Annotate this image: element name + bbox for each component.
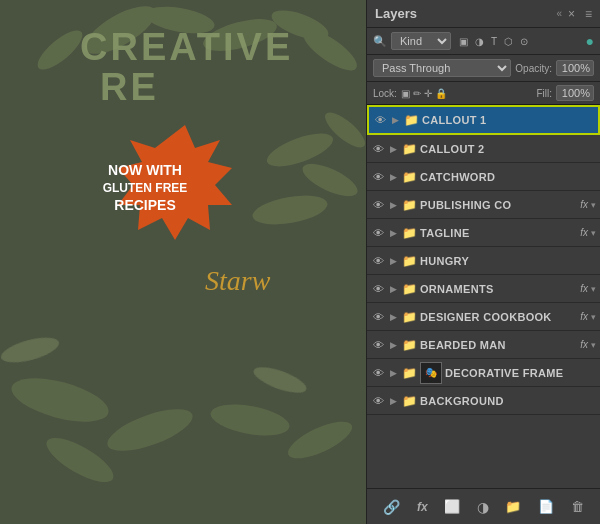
layer-item[interactable]: 👁▶📁ORNAMENTSfx▾ xyxy=(367,275,600,303)
fx-icon: fx xyxy=(580,199,588,210)
new-adjustment-button[interactable]: ◑ xyxy=(473,497,493,517)
panel-expand-icon[interactable]: « xyxy=(556,8,562,19)
fx-expand-arrow-icon[interactable]: ▾ xyxy=(591,228,596,238)
visibility-icon[interactable]: 👁 xyxy=(371,283,385,295)
folder-icon: 📁 xyxy=(401,282,417,296)
fx-expand-arrow-icon[interactable]: ▾ xyxy=(591,340,596,350)
layer-item[interactable]: 👁▶📁TAGLINEfx▾ xyxy=(367,219,600,247)
visibility-icon[interactable]: 👁 xyxy=(371,227,385,239)
filter-active-dot: ● xyxy=(586,33,594,49)
layer-name-label: ORNAMENTS xyxy=(420,283,575,295)
kind-select[interactable]: Kind xyxy=(391,32,451,50)
lock-image-pixels[interactable]: ✏ xyxy=(413,88,421,99)
svg-text:NOW WITH: NOW WITH xyxy=(108,162,182,178)
expand-arrow-icon[interactable]: ▶ xyxy=(388,340,398,350)
expand-arrow-icon[interactable]: ▶ xyxy=(390,115,400,125)
blend-opacity-row: Pass Through Opacity: xyxy=(367,55,600,82)
smart-object-filter[interactable]: ⊙ xyxy=(518,35,530,48)
folder-icon: 📁 xyxy=(401,394,417,408)
add-mask-button[interactable]: ⬜ xyxy=(440,497,464,516)
layers-panel: Layers « × ≡ 🔍 Kind ▣ ◑ T ⬡ ⊙ ● Pass Thr… xyxy=(366,0,600,524)
folder-icon: 📁 xyxy=(401,170,417,184)
opacity-label: Opacity: xyxy=(515,63,552,74)
fx-expand-arrow-icon[interactable]: ▾ xyxy=(591,284,596,294)
panel-close-button[interactable]: × xyxy=(568,7,575,21)
expand-arrow-icon[interactable]: ▶ xyxy=(388,144,398,154)
panel-menu-button[interactable]: ≡ xyxy=(585,7,592,21)
link-layers-button[interactable]: 🔗 xyxy=(379,497,404,517)
lock-transparent-pixels[interactable]: ▣ xyxy=(401,88,410,99)
visibility-icon[interactable]: 👁 xyxy=(371,143,385,155)
expand-arrow-icon[interactable]: ▶ xyxy=(388,368,398,378)
layer-item[interactable]: 👁▶📁CATCHWORD xyxy=(367,163,600,191)
pixel-layer-filter[interactable]: ▣ xyxy=(457,35,470,48)
visibility-icon[interactable]: 👁 xyxy=(371,367,385,379)
svg-text:CREATIVE: CREATIVE xyxy=(80,26,293,68)
layer-item[interactable]: 👁▶📁PUBLISHING COfx▾ xyxy=(367,191,600,219)
folder-icon: 📁 xyxy=(401,254,417,268)
fx-expand-arrow-icon[interactable]: ▾ xyxy=(591,200,596,210)
expand-arrow-icon[interactable]: ▶ xyxy=(388,312,398,322)
layer-item[interactable]: 👁▶📁🎭DECORATIVE FRAME xyxy=(367,359,600,387)
kind-filter-row: 🔍 Kind ▣ ◑ T ⬡ ⊙ ● xyxy=(367,28,600,55)
layer-name-label: BEARDED MAN xyxy=(420,339,575,351)
layer-name-label: TAGLINE xyxy=(420,227,575,239)
layer-name-label: CALLOUT 1 xyxy=(422,114,594,126)
fx-expand-arrow-icon[interactable]: ▾ xyxy=(591,312,596,322)
fill-input[interactable] xyxy=(556,85,594,101)
svg-text:GLUTEN FREE: GLUTEN FREE xyxy=(103,181,188,195)
svg-text:RECIPES: RECIPES xyxy=(114,197,175,213)
visibility-icon[interactable]: 👁 xyxy=(371,395,385,407)
lock-label: Lock: xyxy=(373,88,397,99)
layers-list[interactable]: 👁▶📁CALLOUT 1👁▶📁CALLOUT 2👁▶📁CATCHWORD👁▶📁P… xyxy=(367,105,600,488)
lock-position[interactable]: ✛ xyxy=(424,88,432,99)
adjustment-layer-filter[interactable]: ◑ xyxy=(473,35,486,48)
shape-layer-filter[interactable]: ⬡ xyxy=(502,35,515,48)
fx-button[interactable]: fx xyxy=(413,498,432,516)
visibility-icon[interactable]: 👁 xyxy=(371,199,385,211)
folder-icon: 📁 xyxy=(401,338,417,352)
folder-icon: 📁 xyxy=(401,366,417,380)
panel-title: Layers xyxy=(375,6,417,21)
layer-item[interactable]: 👁▶📁CALLOUT 2 xyxy=(367,135,600,163)
lock-all[interactable]: 🔒 xyxy=(435,88,447,99)
layer-name-label: CATCHWORD xyxy=(420,171,596,183)
expand-arrow-icon[interactable]: ▶ xyxy=(388,172,398,182)
expand-arrow-icon[interactable]: ▶ xyxy=(388,200,398,210)
fill-label: Fill: xyxy=(536,88,552,99)
layer-item[interactable]: 👁▶📁HUNGRY xyxy=(367,247,600,275)
layer-name-label: BACKGROUND xyxy=(420,395,596,407)
svg-text:Starw: Starw xyxy=(205,265,271,296)
folder-icon: 📁 xyxy=(401,198,417,212)
new-group-button[interactable]: 📁 xyxy=(501,497,525,516)
panel-toolbar: 🔗 fx ⬜ ◑ 📁 📄 🗑 xyxy=(367,488,600,524)
layer-name-label: CALLOUT 2 xyxy=(420,143,596,155)
visibility-icon[interactable]: 👁 xyxy=(373,114,387,126)
svg-text:RE: RE xyxy=(100,66,159,108)
folder-icon: 📁 xyxy=(403,113,419,127)
layer-item[interactable]: 👁▶📁BEARDED MANfx▾ xyxy=(367,331,600,359)
fx-icon: fx xyxy=(580,311,588,322)
layer-item[interactable]: 👁▶📁CALLOUT 1 xyxy=(367,105,600,135)
type-layer-filter[interactable]: T xyxy=(489,35,499,48)
delete-layer-button[interactable]: 🗑 xyxy=(567,497,588,516)
search-icon: 🔍 xyxy=(373,35,387,48)
visibility-icon[interactable]: 👁 xyxy=(371,339,385,351)
new-layer-button[interactable]: 📄 xyxy=(534,497,558,516)
fx-icon: fx xyxy=(580,339,588,350)
layer-thumbnail: 🎭 xyxy=(420,362,442,384)
layer-item[interactable]: 👁▶📁DESIGNER COOKBOOKfx▾ xyxy=(367,303,600,331)
expand-arrow-icon[interactable]: ▶ xyxy=(388,256,398,266)
blend-mode-select[interactable]: Pass Through xyxy=(373,59,511,77)
visibility-icon[interactable]: 👁 xyxy=(371,171,385,183)
visibility-icon[interactable]: 👁 xyxy=(371,255,385,267)
expand-arrow-icon[interactable]: ▶ xyxy=(388,284,398,294)
visibility-icon[interactable]: 👁 xyxy=(371,311,385,323)
fx-icon: fx xyxy=(580,227,588,238)
folder-icon: 📁 xyxy=(401,226,417,240)
expand-arrow-icon[interactable]: ▶ xyxy=(388,228,398,238)
expand-arrow-icon[interactable]: ▶ xyxy=(388,396,398,406)
opacity-input[interactable] xyxy=(556,60,594,76)
layer-item[interactable]: 👁▶📁BACKGROUND xyxy=(367,387,600,415)
fx-icon: fx xyxy=(580,283,588,294)
